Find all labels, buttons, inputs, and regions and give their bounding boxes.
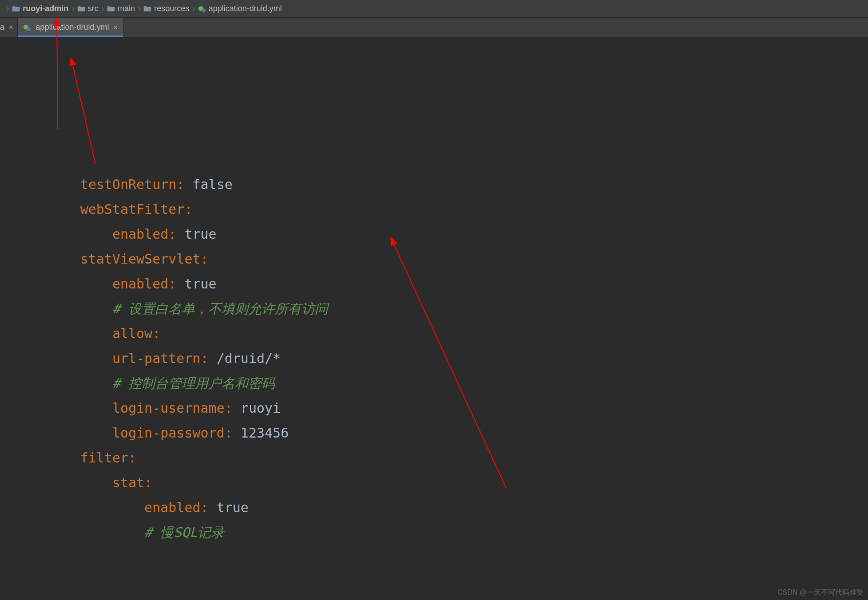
folder-icon xyxy=(77,5,85,12)
chevron-right-icon: › xyxy=(192,3,195,15)
code-line: login-username: ruoyi xyxy=(0,396,868,421)
breadcrumb-label: main xyxy=(118,4,135,13)
breadcrumb: › ruoyi-admin › src › main › resources ›… xyxy=(0,0,868,18)
breadcrumb-label: resources xyxy=(154,4,189,13)
breadcrumb-item-resources[interactable]: resources xyxy=(143,4,189,13)
code-line: # 控制台管理用户名和密码 xyxy=(0,371,868,396)
chevron-right-icon: › xyxy=(6,3,9,15)
tab-bar: a × application-druid.yml × xyxy=(0,18,868,37)
code-line: stat: xyxy=(0,470,868,495)
tab-inactive[interactable]: a × xyxy=(0,18,18,37)
code-line: statViewServlet: xyxy=(0,247,868,272)
folder-icon xyxy=(12,5,20,12)
breadcrumb-label: ruoyi-admin xyxy=(23,4,68,13)
svg-rect-0 xyxy=(148,8,151,11)
breadcrumb-item-folder[interactable]: src xyxy=(77,4,99,13)
code-line: allow: xyxy=(0,321,868,346)
chevron-right-icon: › xyxy=(138,3,141,15)
code-line: enabled: true xyxy=(0,495,868,520)
chevron-right-icon: › xyxy=(71,3,74,15)
tab-label: application-druid.yml xyxy=(36,23,109,32)
tab-label-partial: a xyxy=(0,23,4,32)
breadcrumb-label: src xyxy=(88,4,99,13)
resources-folder-icon xyxy=(143,5,151,12)
code-line: webStatFilter: xyxy=(0,197,868,222)
code-editor[interactable]: testOnReturn: false webStatFilter: enabl… xyxy=(0,37,868,600)
chevron-right-icon: › xyxy=(101,3,104,15)
code-line: url-pattern: /druid/* xyxy=(0,346,868,371)
watermark: CSDN @一天不写代码难受 xyxy=(777,588,864,597)
code-line: # 设置白名单，不填则允许所有访问 xyxy=(0,296,868,321)
spring-file-icon xyxy=(23,24,31,32)
code-line: login-password: 123456 xyxy=(0,421,868,446)
breadcrumb-item-folder[interactable]: main xyxy=(107,4,135,13)
tab-active[interactable]: application-druid.yml × xyxy=(18,18,123,37)
close-icon[interactable]: × xyxy=(9,24,13,32)
code-line: enabled: true xyxy=(0,222,868,247)
breadcrumb-label: application-druid.yml xyxy=(209,4,282,13)
svg-point-4 xyxy=(27,27,31,31)
code-line: enabled: true xyxy=(0,272,868,296)
svg-point-2 xyxy=(202,8,206,12)
code-line: testOnReturn: false xyxy=(0,172,868,197)
close-icon[interactable]: × xyxy=(113,24,117,32)
breadcrumb-item-file[interactable]: application-druid.yml xyxy=(198,4,282,13)
code-line: # 慢SQL记录 xyxy=(0,520,868,545)
folder-icon xyxy=(107,5,115,12)
spring-file-icon xyxy=(198,5,206,13)
breadcrumb-item-module[interactable]: ruoyi-admin xyxy=(12,4,68,13)
code-line: filter: xyxy=(0,446,868,470)
